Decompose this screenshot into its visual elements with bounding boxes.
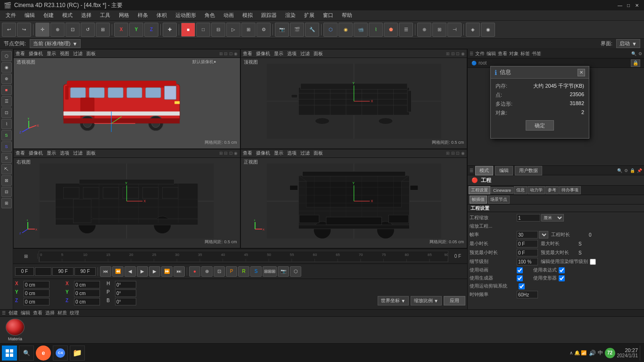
material-item-0[interactable]: Materia — [4, 319, 26, 341]
tab-edit[interactable]: 编辑 — [495, 166, 513, 175]
vp-prs-display[interactable]: 显示 — [47, 50, 56, 57]
menu-extend[interactable]: 扩展 — [300, 11, 318, 20]
vp-right-cam[interactable]: 摄像机 — [29, 150, 43, 156]
node-space-select[interactable]: 当前 (标准/物理) ▼ — [30, 39, 81, 48]
mat-select[interactable]: 选择 — [45, 310, 55, 316]
vp-prs-cam[interactable]: 摄像机 — [29, 50, 43, 57]
preview-end[interactable]: 90 F — [74, 267, 96, 276]
menu-mograph[interactable]: 运动图形 — [172, 11, 200, 20]
obj-mgr-view[interactable]: 查看 — [498, 50, 507, 57]
vp-btn-5[interactable]: ⊞ — [241, 23, 256, 37]
mat-edit[interactable]: 编辑 — [21, 310, 30, 316]
ls-btn-14[interactable]: ⊞ — [1, 198, 12, 208]
vp-top-panel[interactable]: 面板 — [314, 50, 323, 57]
vp-btn-4[interactable]: ▷ — [226, 23, 240, 37]
undo-btn[interactable]: ↩ — [2, 23, 16, 37]
use-motion-check[interactable] — [519, 283, 525, 289]
end-frame[interactable]: 90 F — [52, 267, 74, 276]
vp-btn-3[interactable]: ⊟ — [211, 23, 225, 37]
record-btn[interactable]: ● — [189, 266, 200, 277]
vp-btn-1[interactable]: ■ — [181, 23, 195, 37]
vp-right-filter[interactable]: 过滤 — [73, 150, 83, 156]
fps-input[interactable] — [517, 231, 538, 239]
start-btn[interactable] — [2, 346, 17, 361]
tab-mode[interactable]: 模式 — [475, 166, 493, 175]
render-btn[interactable]: 🎬 — [290, 23, 304, 37]
ls-btn-7[interactable]: ⌇ — [1, 119, 12, 129]
vp-prs-view[interactable]: 查看 — [16, 50, 25, 57]
scl-key-btn[interactable]: S — [250, 266, 262, 277]
rot-key-btn[interactable]: R — [238, 266, 249, 277]
tab-cineware[interactable]: Cineware — [491, 187, 513, 194]
obj-lock-icon[interactable]: 🔒 — [631, 59, 640, 67]
autokey-btn[interactable]: ⊕ — [201, 266, 213, 277]
vp-prs-panel[interactable]: 面板 — [86, 50, 96, 57]
goto-end-btn[interactable]: ⏭ — [173, 266, 185, 277]
tab-frame-interp[interactable]: 帧插值 — [470, 196, 487, 204]
extra-btn[interactable]: ◈ — [466, 23, 480, 37]
info-confirm-btn[interactable]: 确定 — [526, 120, 554, 131]
show-desktop-btn[interactable] — [640, 346, 642, 361]
prop-search-icon[interactable]: 🔍 — [617, 168, 622, 173]
prop-pin-icon[interactable]: 📌 — [637, 168, 642, 173]
vp-front-panel[interactable]: 面板 — [314, 150, 323, 156]
size-x-input[interactable] — [74, 281, 100, 288]
obj-mgr-tag[interactable]: 标签 — [520, 50, 530, 57]
vp-right-view[interactable]: 查看 — [16, 150, 25, 156]
taskbar-browser[interactable]: e — [36, 346, 51, 361]
close-btn[interactable]: ✕ — [634, 2, 640, 8]
next-frame-btn[interactable]: ▶ — [149, 266, 160, 277]
tab-dynamics[interactable]: 动力学 — [528, 186, 545, 194]
transform-btn[interactable]: ⊞ — [96, 23, 110, 37]
obj-search-icon[interactable]: 🔍 — [631, 51, 636, 56]
vp-front-select[interactable]: 选项 — [287, 150, 297, 156]
apply-btn[interactable]: 应用 — [444, 296, 465, 305]
pos-x-input[interactable] — [24, 281, 50, 288]
menu-volume[interactable]: 体积 — [153, 11, 171, 20]
menu-select[interactable]: 选择 — [77, 11, 95, 20]
obj-filter-icon[interactable]: ⚙ — [638, 51, 642, 56]
vp-top-select[interactable]: 选项 — [287, 50, 297, 57]
sym-btn[interactable]: ⊣ — [447, 23, 462, 37]
snap-btn[interactable]: ⊕ — [417, 23, 431, 37]
extra-anim-btn[interactable]: ⬡ — [290, 266, 301, 277]
proj-scale-input[interactable] — [517, 214, 540, 222]
extra-prop-input[interactable] — [517, 291, 538, 298]
render-settings-btn[interactable]: 🔧 — [305, 23, 319, 37]
menu-mode[interactable]: 模式 — [58, 11, 76, 20]
redo-btn[interactable]: ↪ — [17, 23, 31, 37]
start-frame-input[interactable] — [35, 267, 51, 276]
vp-right-panel[interactable]: 面板 — [86, 150, 96, 156]
cam-record-btn[interactable]: 📷 — [278, 266, 289, 277]
menu-spline[interactable]: 样条 — [134, 11, 152, 20]
menu-edit[interactable]: 编辑 — [21, 11, 39, 20]
prop-lock-icon[interactable]: 🔒 — [630, 168, 635, 173]
mat-create[interactable]: 创建 — [8, 310, 18, 316]
ls-btn-8[interactable]: S — [1, 130, 12, 140]
scale-mode-select[interactable]: 缩放比例 ▼ — [411, 296, 442, 305]
render-detail-check[interactable] — [590, 259, 596, 265]
pos-y-input[interactable] — [24, 289, 50, 297]
extra-btn2[interactable]: ◉ — [481, 23, 495, 37]
taskbar-search[interactable]: 🔍 — [19, 346, 34, 361]
use-expr-check[interactable] — [559, 267, 565, 273]
vp-top-cam[interactable]: 摄像机 — [256, 50, 270, 57]
obj-mgr-menu-icon[interactable]: ☰ — [470, 51, 473, 56]
ls-btn-1[interactable]: ⬡ — [1, 51, 12, 61]
min-time-input[interactable] — [517, 240, 538, 247]
obj-mgr-bookmark[interactable]: 书签 — [532, 50, 541, 57]
current-frame[interactable]: 0 F — [15, 267, 34, 276]
menu-character[interactable]: 角色 — [201, 11, 219, 20]
next-key-btn[interactable]: ⏩ — [161, 266, 173, 277]
viewport-top[interactable]: 查看 摄像机 显示 选项 过滤 面板 ⊞ ⊟ ⊡ ◉ 顶视图 — [240, 49, 468, 149]
menu-window[interactable]: 窗口 — [319, 11, 337, 20]
prev-key-btn[interactable]: ⏪ — [112, 266, 124, 277]
menu-render[interactable]: 渲染 — [281, 11, 299, 20]
play-btn[interactable]: ▶ — [137, 266, 148, 277]
prev-frame-btn[interactable]: ◀ — [124, 266, 136, 277]
taskbar-folder[interactable]: 📁 — [70, 346, 85, 361]
mat-texture[interactable]: 纹理 — [70, 310, 79, 316]
tab-project-settings[interactable]: 工程设置 — [469, 186, 490, 194]
obj-mgr-file[interactable]: 文件 — [475, 50, 485, 57]
info-close-btn[interactable]: ✕ — [578, 69, 585, 76]
